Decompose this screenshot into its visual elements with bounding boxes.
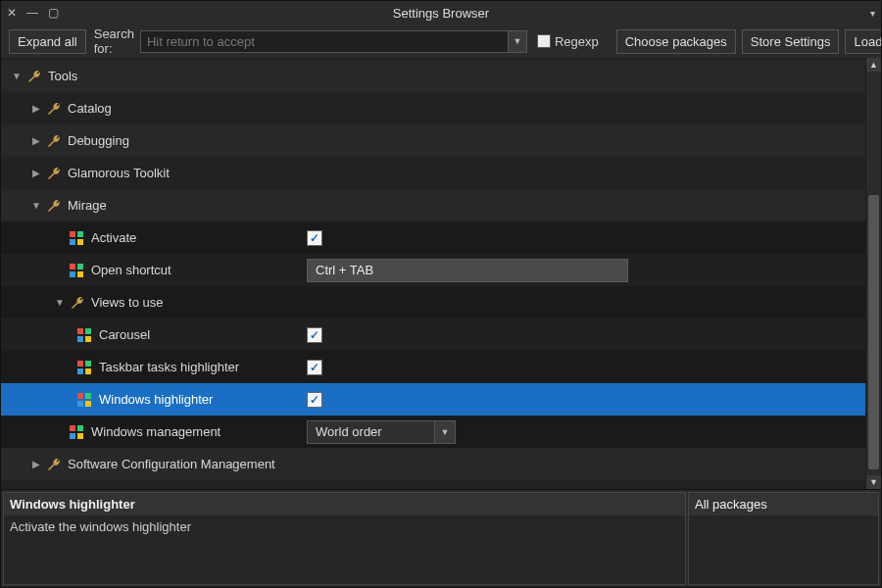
disclosure-down-icon[interactable]: ▼ [30,200,42,211]
tree-node-views-to-use[interactable]: ▼ Views to use [1,286,865,318]
wrench-icon [46,166,62,181]
regexp-label: Regexp [555,34,599,49]
tree-item-carousel[interactable]: Carousel ✓ [1,318,865,351]
choose-packages-button[interactable]: Choose packages [616,29,736,54]
tree-label: Software Configuration Management [68,457,275,471]
select-value: World order [307,420,434,444]
tree-node-mirage[interactable]: ▼ Mirage [1,189,865,221]
grid-icon [77,393,91,407]
windows-management-select[interactable]: World order ▼ [307,420,456,444]
wrench-icon [26,69,42,84]
grid-icon [70,264,83,277]
vertical-scrollbar[interactable]: ▲ ▼ [865,58,881,489]
tree-label: Carousel [99,327,150,342]
taskbar-checkbox[interactable]: ✓ [307,360,322,375]
tree-item-activate[interactable]: Activate ✓ [1,221,865,254]
grid-icon [77,328,91,342]
tree-item-windows-management[interactable]: Windows management World order ▼ [1,416,865,448]
disclosure-down-icon[interactable]: ▼ [11,71,23,81]
wrench-icon [46,198,62,214]
carousel-checkbox[interactable]: ✓ [307,327,322,343]
tree-node-debugging[interactable]: ▶ Debugging [1,124,865,157]
tree-item-taskbar-highlighter[interactable]: Taskbar tasks highlighter ✓ [1,351,865,383]
tree-label: Mirage [68,198,107,213]
tree-label: Windows management [91,424,220,439]
disclosure-right-icon[interactable]: ▶ [30,168,42,178]
grid-icon [70,425,83,439]
store-settings-button[interactable]: Store Settings [742,29,840,54]
tree-node-scm[interactable]: ▶ Software Configuration Management [1,448,865,480]
windows-highlighter-checkbox[interactable]: ✓ [307,392,322,408]
open-shortcut-input[interactable] [307,259,628,282]
search-label: Search for: [94,26,134,56]
details-side: All packages [688,492,879,585]
wrench-icon [46,101,62,117]
control-area: World order ▼ [307,416,456,448]
tree-label: Debugging [68,133,129,148]
tree-label: Glamorous Toolkit [68,166,170,180]
tree-label: Open shortcut [91,263,172,277]
details-title: Windows highlighter [4,493,685,515]
maximize-icon[interactable]: ▢ [48,7,59,19]
wrench-icon [70,295,85,311]
scrollbar-thumb[interactable] [868,195,879,469]
disclosure-right-icon[interactable]: ▶ [30,135,42,146]
details-side-title: All packages [689,493,878,515]
tree-label: Activate [91,230,136,245]
grid-icon [77,361,91,374]
tree-label: Windows highlighter [99,392,213,407]
titlebar: ✕ — ▢ Settings Browser ▾ [1,1,881,24]
close-icon[interactable]: ✕ [7,7,17,19]
tree-item-open-shortcut[interactable]: Open shortcut [1,254,865,286]
tree-item-windows-highlighter[interactable]: Windows highlighter ✓ [1,383,865,416]
control-area [307,254,628,286]
details-description: Activate the windows highlighter [4,515,685,538]
control-area: ✓ [307,351,322,383]
tree-node-tools[interactable]: ▼ Tools [1,60,865,92]
tree-node-catalog[interactable]: ▶ Catalog [1,92,865,124]
chevron-down-icon: ▼ [434,420,456,444]
search-input[interactable] [140,30,508,53]
tree-panel: ▼ Tools ▶ Catalog ▶ Debugging ▶ G [1,58,881,489]
control-area: ✓ [307,318,322,351]
wrench-icon [46,457,62,472]
disclosure-right-icon[interactable]: ▶ [30,103,42,114]
search-history-dropdown[interactable]: ▼ [508,30,527,53]
scroll-down-icon[interactable]: ▼ [866,475,881,489]
disclosure-right-icon[interactable]: ▶ [30,459,42,469]
window-menu-icon[interactable]: ▾ [870,8,875,19]
expand-all-button[interactable]: Expand all [9,29,86,54]
disclosure-down-icon[interactable]: ▼ [54,297,66,308]
control-area: ✓ [307,383,322,416]
scroll-up-icon[interactable]: ▲ [866,58,881,72]
search-field-group: ▼ [140,30,527,53]
load-settings-button[interactable]: Load Settings [845,29,882,54]
activate-checkbox[interactable]: ✓ [307,230,322,246]
toolbar: Expand all Search for: ▼ Regexp Choose p… [1,24,881,58]
settings-tree[interactable]: ▼ Tools ▶ Catalog ▶ Debugging ▶ G [1,58,865,489]
window-title: Settings Browser [1,6,881,21]
control-area: ✓ [307,221,322,254]
regexp-group: Regexp [537,34,599,49]
tree-node-glamorous-toolkit[interactable]: ▶ Glamorous Toolkit [1,157,865,189]
tree-label: Taskbar tasks highlighter [99,360,239,374]
regexp-checkbox[interactable] [537,34,551,48]
tree-label: Tools [48,69,77,83]
tree-label: Views to use [91,295,163,310]
minimize-icon[interactable]: — [26,7,38,19]
wrench-icon [46,133,62,149]
window-controls: ✕ — ▢ [7,7,59,19]
details-panel: Windows highlighter Activate the windows… [1,489,881,587]
tree-label: Catalog [68,101,112,116]
details-main: Windows highlighter Activate the windows… [3,492,686,585]
grid-icon [70,231,83,245]
